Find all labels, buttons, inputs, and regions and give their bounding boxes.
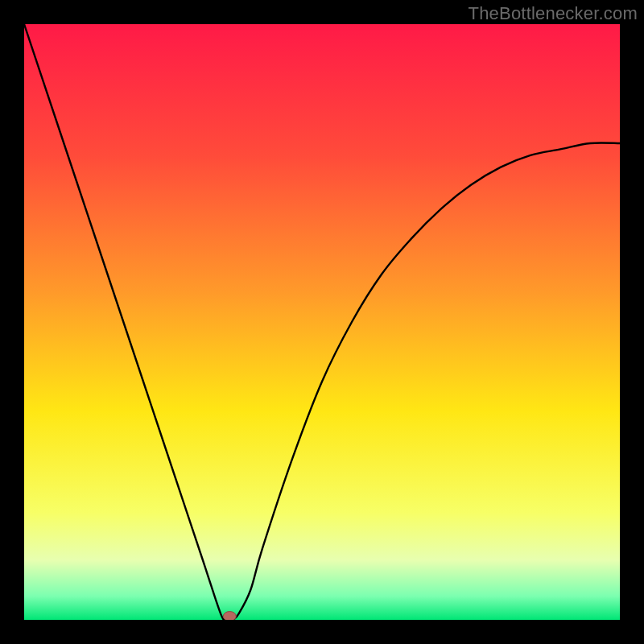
- optimal-point-marker: [223, 612, 236, 620]
- gradient-background: [24, 24, 620, 620]
- plot-area: [24, 24, 620, 620]
- chart-svg: [24, 24, 620, 620]
- chart-frame: TheBottlenecker.com: [0, 0, 644, 644]
- watermark-label: TheBottlenecker.com: [469, 3, 638, 24]
